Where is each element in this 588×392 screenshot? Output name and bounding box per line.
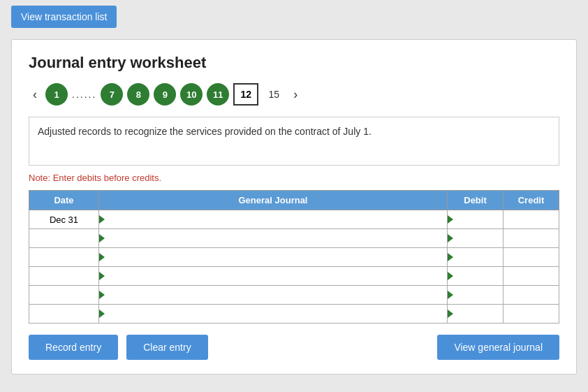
next-page-button[interactable]: › (289, 86, 302, 103)
date-cell-5 (29, 286, 99, 305)
debit-input-3[interactable] (455, 251, 503, 264)
journal-cell-2[interactable] (99, 229, 448, 248)
date-cell-2 (29, 229, 99, 248)
journal-cell-4[interactable] (99, 267, 448, 286)
worksheet-title: Journal entry worksheet (29, 54, 559, 72)
journal-input-1[interactable] (106, 213, 447, 226)
debit-input-4[interactable] (455, 270, 503, 283)
credit-input-5[interactable] (504, 286, 559, 304)
page-12-current[interactable]: 12 (233, 83, 258, 106)
credit-cell-5[interactable] (504, 286, 559, 305)
journal-cell-1[interactable] (99, 210, 448, 229)
debit-cell-1[interactable] (448, 210, 504, 229)
tri-marker (448, 272, 453, 280)
debit-cell-5[interactable] (448, 286, 504, 305)
journal-input-5[interactable] (106, 289, 447, 302)
debit-input-2[interactable] (455, 232, 503, 245)
credit-cell-1[interactable] (504, 210, 559, 229)
clear-entry-button[interactable]: Clear entry (126, 335, 207, 360)
credit-input-2[interactable] (504, 229, 559, 247)
description-text: Adjusted records to recognize the servic… (38, 126, 372, 137)
date-cell-6 (29, 305, 99, 324)
journal-input-2[interactable] (106, 232, 447, 245)
debit-input-1[interactable] (455, 213, 503, 226)
credit-input-6[interactable] (504, 305, 559, 323)
credit-cell-2[interactable] (504, 229, 559, 248)
debit-input-5[interactable] (455, 289, 503, 302)
credit-cell-4[interactable] (504, 267, 559, 286)
journal-input-4[interactable] (106, 270, 447, 283)
pagination-dots: ...... (72, 89, 96, 100)
page-10-button[interactable]: 10 (180, 83, 203, 106)
tri-marker (448, 310, 453, 318)
debit-cell-3[interactable] (448, 248, 504, 267)
journal-input-6[interactable] (106, 307, 447, 321)
tri-marker (448, 253, 453, 261)
page-15-button[interactable]: 15 (263, 83, 285, 106)
credit-cell-3[interactable] (504, 248, 559, 267)
tri-marker (448, 215, 453, 224)
page-8-button[interactable]: 8 (127, 83, 149, 106)
credit-cell-6[interactable] (504, 305, 559, 324)
tri-marker (99, 291, 105, 299)
page-9-button[interactable]: 9 (154, 83, 176, 106)
credit-input-4[interactable] (504, 267, 559, 285)
page-1-button[interactable]: 1 (45, 83, 68, 106)
view-general-journal-button[interactable]: View general journal (437, 335, 559, 360)
tri-marker (99, 310, 105, 318)
journal-input-3[interactable] (106, 251, 447, 264)
tri-marker (99, 234, 105, 242)
journal-cell-5[interactable] (99, 286, 448, 305)
tri-marker (99, 272, 105, 280)
debit-cell-4[interactable] (448, 267, 504, 286)
table-row (29, 248, 559, 267)
debit-cell-6[interactable] (448, 305, 504, 324)
col-header-date: Date (29, 191, 99, 210)
actions-row: Record entry Clear entry View general jo… (29, 335, 559, 360)
journal-table: Date General Journal Debit Credit Dec 31 (29, 190, 559, 324)
main-container: Journal entry worksheet ‹ 1 ...... 7 8 9… (11, 39, 577, 375)
table-row (29, 267, 559, 286)
tri-marker (448, 291, 453, 299)
journal-cell-3[interactable] (99, 248, 448, 267)
date-cell-3 (29, 248, 99, 267)
table-row (29, 229, 559, 248)
col-header-credit: Credit (504, 191, 559, 210)
tri-marker (99, 253, 105, 261)
table-row (29, 286, 559, 305)
page-11-button[interactable]: 11 (207, 83, 229, 106)
tri-marker (99, 215, 105, 224)
top-bar: View transaction list (0, 0, 588, 34)
date-cell-4 (29, 267, 99, 286)
table-row: Dec 31 (29, 210, 559, 229)
pagination: ‹ 1 ...... 7 8 9 10 11 12 15 › (29, 83, 559, 106)
prev-page-button[interactable]: ‹ (29, 86, 41, 103)
col-header-journal: General Journal (99, 191, 448, 210)
table-row (29, 305, 559, 324)
col-header-debit: Debit (448, 191, 504, 210)
credit-input-1[interactable] (504, 210, 559, 228)
credit-input-3[interactable] (504, 248, 559, 266)
debit-input-6[interactable] (455, 307, 503, 321)
description-box: Adjusted records to recognize the servic… (29, 117, 559, 166)
journal-cell-6[interactable] (99, 305, 448, 324)
record-entry-button[interactable]: Record entry (29, 335, 118, 360)
date-cell-1: Dec 31 (29, 210, 99, 229)
note-text: Note: Enter debits before credits. (29, 173, 559, 183)
page-7-button[interactable]: 7 (101, 83, 123, 106)
view-transaction-button[interactable]: View transaction list (11, 6, 117, 28)
tri-marker (448, 234, 453, 242)
debit-cell-2[interactable] (448, 229, 504, 248)
